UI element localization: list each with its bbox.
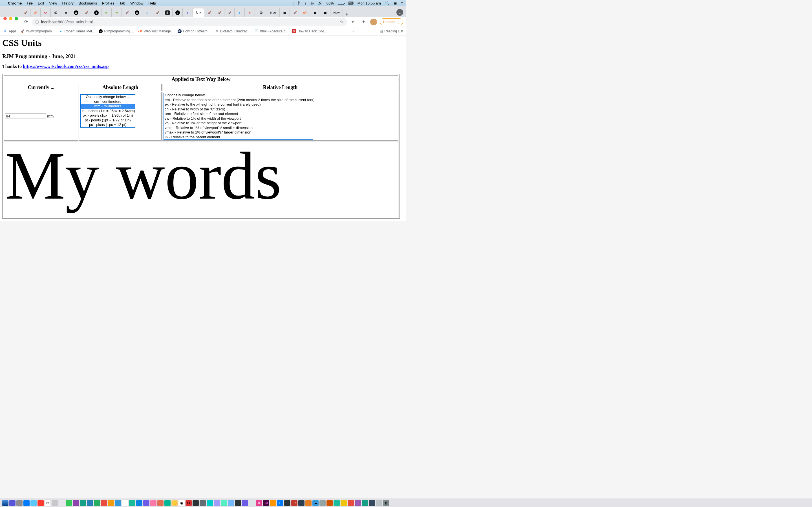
- tab-12[interactable]: a: [132, 8, 142, 17]
- bookmark-item[interactable]: ⊕How do I stream...: [177, 29, 210, 33]
- thanks-link[interactable]: https://www.w3schools.com/css/css_units.…: [23, 64, 109, 69]
- tab-20[interactable]: 🚀: [224, 8, 235, 17]
- relative-option[interactable]: Optionally change below ...: [164, 93, 313, 98]
- tab-10[interactable]: w: [112, 8, 122, 17]
- relative-select[interactable]: Optionally change below ...em - Relative…: [163, 93, 313, 140]
- bookmark-item[interactable]: ●Robert James Met...: [58, 29, 95, 34]
- bookmark-item[interactable]: cPWebHost Manage...: [138, 29, 174, 34]
- bookmarks-overflow[interactable]: »: [352, 29, 354, 33]
- url-bar[interactable]: i localhost:8888/css_units.html ☆: [32, 18, 347, 26]
- menu-help[interactable]: Help: [149, 1, 156, 5]
- tab-close-button[interactable]: ×: [199, 11, 202, 15]
- relative-option[interactable]: ch - Relative to width of the "0" (zero): [164, 107, 313, 112]
- tab-13[interactable]: ●: [142, 8, 152, 17]
- menubar-app-name[interactable]: Chrome: [8, 1, 22, 5]
- absolute-option[interactable]: mm - millimeters: [81, 104, 135, 109]
- tab-17[interactable]: ●: [183, 8, 193, 17]
- absolute-option[interactable]: px - pixels (1px = 1/96th of 1in): [81, 113, 135, 118]
- page-subtitle: RJM Programming - June, 2021: [2, 53, 404, 59]
- volume-icon[interactable]: 🔊: [318, 1, 322, 5]
- tab-1[interactable]: 🚀: [20, 8, 31, 17]
- spotlight-icon[interactable]: 🔍: [385, 1, 390, 5]
- tab-11[interactable]: 🚀: [122, 8, 132, 17]
- tab-19[interactable]: 🚀: [214, 8, 224, 17]
- tray-icon-1[interactable]: ⬚: [290, 1, 294, 5]
- relative-option[interactable]: em - Relative to the font-size of the el…: [164, 98, 313, 103]
- bookmark-item[interactable]: 📄html - Absolute p...: [254, 29, 288, 34]
- tab-2[interactable]: cP: [31, 8, 41, 17]
- extensions-icon[interactable]: ✦: [359, 18, 367, 26]
- menu-edit[interactable]: Edit: [38, 1, 44, 5]
- tab-30[interactable]: New: [331, 8, 343, 17]
- window-minimize-button[interactable]: [9, 17, 12, 20]
- site-info-icon[interactable]: i: [35, 20, 39, 24]
- menu-window[interactable]: Window: [130, 1, 143, 5]
- tab-3[interactable]: ⬭: [41, 8, 51, 17]
- absolute-option[interactable]: pt - points (1pt = 1/72 of 1in): [81, 118, 135, 123]
- battery-icon[interactable]: [338, 2, 344, 5]
- tab-29[interactable]: ▦: [320, 8, 331, 17]
- airdrop-icon[interactable]: ◎: [310, 1, 314, 5]
- tab-15[interactable]: S: [162, 8, 172, 17]
- reload-button[interactable]: ⟳: [22, 18, 30, 26]
- tab-14[interactable]: 🚀: [152, 8, 162, 17]
- tab-23[interactable]: 00: [255, 8, 267, 17]
- squares-icon: ⠿: [248, 10, 252, 15]
- relative-option[interactable]: rem - Relative to font-size of the root …: [164, 112, 313, 116]
- new-tab-button[interactable]: +: [343, 12, 351, 17]
- tab-25[interactable]: ▦: [280, 8, 290, 17]
- apps-shortcut[interactable]: ⠿ Apps: [3, 29, 16, 34]
- notification-center-icon[interactable]: ≡: [401, 1, 403, 5]
- tab-26[interactable]: 🚀: [290, 8, 300, 17]
- bookmark-item[interactable]: aRjmprogramming....: [99, 29, 134, 33]
- bookmark-item[interactable]: ↻BioMath: Quadrati...: [214, 29, 250, 34]
- tab-22[interactable]: ⠿: [245, 8, 255, 17]
- relative-option[interactable]: vw - Relative to 1% of the width of the …: [164, 116, 313, 121]
- menu-history[interactable]: History: [62, 1, 73, 5]
- tab-5[interactable]: ✉: [61, 8, 71, 17]
- menu-profiles[interactable]: Profiles: [102, 1, 114, 5]
- tab-21[interactable]: ●: [235, 8, 245, 17]
- tab-8[interactable]: a: [91, 8, 101, 17]
- absolute-option[interactable]: pc - picas (1pc = 12 pt): [81, 122, 135, 127]
- tab-7[interactable]: 🚀: [81, 8, 91, 17]
- tab-27[interactable]: cP: [300, 8, 310, 17]
- current-value-input[interactable]: [5, 114, 46, 119]
- menu-view[interactable]: View: [49, 1, 57, 5]
- menu-tab[interactable]: Tab: [119, 1, 125, 5]
- absolute-select[interactable]: Optionally change below ...cm - centimet…: [80, 94, 135, 128]
- star-bookmark-icon[interactable]: ☆: [340, 19, 344, 24]
- tab-18[interactable]: 🚀: [204, 8, 214, 17]
- control-center-icon[interactable]: ◉: [394, 1, 397, 5]
- tab-6[interactable]: a: [71, 8, 81, 17]
- input-menu-icon[interactable]: ⌨: [348, 1, 354, 5]
- reading-list-button[interactable]: ▤ Reading List: [380, 29, 403, 33]
- tab-active[interactable]: ↻ ×: [193, 8, 204, 17]
- window-maximize-button[interactable]: [15, 17, 18, 20]
- tab-9[interactable]: w: [101, 8, 112, 17]
- relative-option[interactable]: vmax - Relative to 1% of viewport's* lar…: [164, 130, 313, 135]
- page-icon: 📄: [254, 29, 259, 34]
- menu-file[interactable]: File: [27, 1, 33, 5]
- relative-option[interactable]: ex - Relative to the x-height of the cur…: [164, 102, 313, 107]
- bookmark-item[interactable]: 🚀www.rjmprogram...: [20, 29, 54, 34]
- absolute-option[interactable]: Optionally change below ...: [81, 95, 135, 100]
- tab-24[interactable]: New: [267, 8, 280, 17]
- tray-icon-2[interactable]: ᛗ: [298, 1, 300, 5]
- menubar-clock[interactable]: Mon 10:55 am: [357, 1, 381, 5]
- tab-28[interactable]: ▦: [310, 8, 320, 17]
- menu-bookmarks[interactable]: Bookmarks: [79, 1, 97, 5]
- brave-shields-icon[interactable]: ▼: [349, 18, 357, 26]
- relative-option[interactable]: vh - Relative to 1% of the height of the…: [164, 121, 313, 126]
- profile-avatar-icon[interactable]: [370, 18, 377, 25]
- bluetooth-icon[interactable]: ᛒ: [304, 1, 306, 5]
- bookmark-item[interactable]: GHow to Hack Goo...: [292, 29, 327, 33]
- tab-4[interactable]: 00: [51, 8, 61, 17]
- absolute-option[interactable]: cm - centimeters: [81, 100, 135, 104]
- relative-option[interactable]: vmin - Relative to 1% of viewport's* sma…: [164, 126, 313, 130]
- tab-16[interactable]: a: [172, 8, 183, 17]
- tab-overflow-button[interactable]: ⌄: [396, 9, 403, 16]
- absolute-option[interactable]: in - inches (1in = 96px = 2.54cm): [81, 109, 135, 114]
- update-button[interactable]: Update ⋮: [380, 18, 403, 25]
- window-close-button[interactable]: [3, 17, 7, 20]
